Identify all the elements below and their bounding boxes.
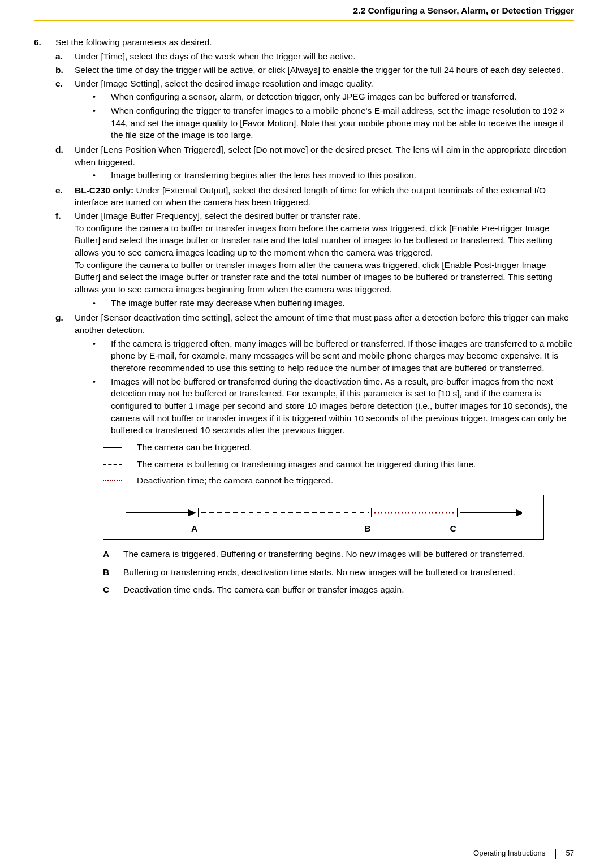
sub-f-bullet-0: The image buffer rate may decrease when … xyxy=(111,297,574,309)
header-rule xyxy=(34,20,574,21)
legend-solid-text: The camera can be triggered. xyxy=(137,441,574,454)
legend-dashed-icon xyxy=(103,464,137,465)
sub-g-label: g. xyxy=(55,312,75,602)
svg-marker-8 xyxy=(516,509,522,516)
sub-a-text: Under [Time], select the days of the wee… xyxy=(75,50,574,63)
sub-g-bullet-0: If the camera is triggered often, many i… xyxy=(111,338,574,374)
abc-c-text: Deactivation time ends. The camera can b… xyxy=(123,584,574,596)
legend-dashed-text: The camera is buffering or transferring … xyxy=(137,458,574,470)
sub-c-label: c. xyxy=(55,77,75,142)
sub-e-text: BL-C230 only: Under [External Output], s… xyxy=(75,184,574,209)
bullet-icon: • xyxy=(93,105,111,141)
sub-e-rest: Under [External Output], select the desi… xyxy=(75,185,546,208)
step-intro: Set the following parameters as desired. xyxy=(55,36,574,49)
sub-e-label: e. xyxy=(55,184,75,209)
sub-e-bold: BL-C230 only: xyxy=(75,185,133,195)
diagram-label-b: B xyxy=(364,522,370,535)
sub-b-label: b. xyxy=(55,64,75,76)
bullet-icon: • xyxy=(93,375,111,437)
svg-marker-1 xyxy=(188,509,196,516)
sub-d-bullet-0: Image buffering or transferring begins a… xyxy=(111,169,574,182)
legend-dotted-icon xyxy=(103,480,137,481)
abc-a-label: A xyxy=(103,548,123,560)
abc-a-text: The camera is triggered. Buffering or tr… xyxy=(123,548,574,560)
diagram-label-a: A xyxy=(191,522,197,535)
sub-c-bullet-1: When configuring the trigger to transfer… xyxy=(111,105,574,141)
sub-c-text: Under [Image Setting], select the desire… xyxy=(75,77,574,90)
sub-g-bullet-1: Images will not be buffered or transferr… xyxy=(111,375,574,437)
sub-a-label: a. xyxy=(55,50,75,63)
footer-doc-name: Operating Instructions xyxy=(473,849,545,857)
bullet-icon: • xyxy=(93,90,111,103)
sub-f-label: f. xyxy=(55,210,75,310)
bullet-icon: • xyxy=(93,297,111,309)
bullet-icon: • xyxy=(93,169,111,182)
step-number: 6. xyxy=(34,36,55,49)
legend-dotted-text: Deactivation time; the camera cannot be … xyxy=(137,474,574,487)
section-header: 2.2 Configuring a Sensor, Alarm, or Dete… xyxy=(34,0,574,20)
footer-page-number: 57 xyxy=(566,849,574,857)
sub-f-para1: To configure the camera to buffer or tra… xyxy=(75,222,574,259)
diagram-label-c: C xyxy=(450,522,456,535)
sub-f-text: Under [Image Buffer Frequency], select t… xyxy=(75,210,574,222)
sub-b-text: Select the time of day the trigger will … xyxy=(75,64,574,76)
sub-g-text: Under [Sensor deactivation time setting]… xyxy=(75,312,574,336)
legend-solid-icon xyxy=(103,447,137,448)
sub-f-para2: To configure the camera to buffer or tra… xyxy=(75,259,574,296)
abc-b-text: Buffering or transferring ends, deactiva… xyxy=(123,566,574,578)
bullet-icon: • xyxy=(93,338,111,374)
sub-d-label: d. xyxy=(55,144,75,183)
page-footer: Operating Instructions 57 xyxy=(473,848,574,859)
abc-b-label: B xyxy=(103,566,123,578)
sub-c-bullet-0: When configuring a sensor, alarm, or det… xyxy=(111,90,574,103)
timeline-diagram: A B C xyxy=(103,495,544,540)
abc-c-label: C xyxy=(103,584,123,596)
sub-d-text: Under [Lens Position When Triggered], se… xyxy=(75,144,574,168)
